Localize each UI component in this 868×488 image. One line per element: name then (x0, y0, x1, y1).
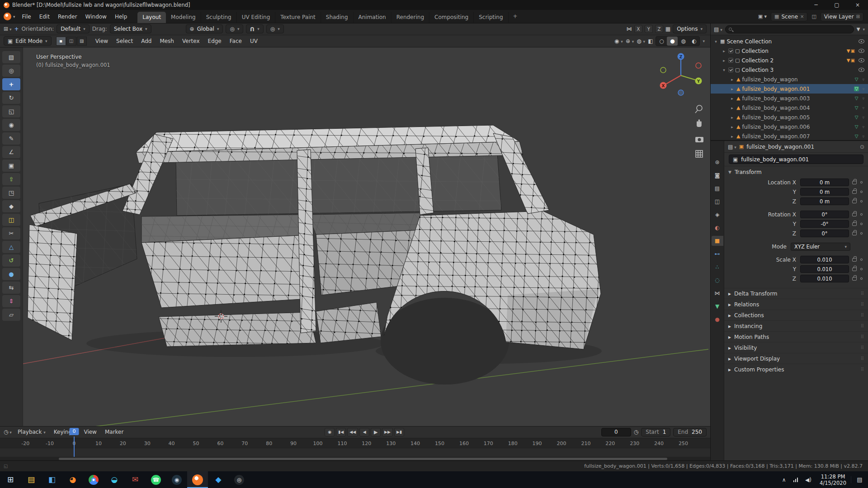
visibility-dropdown-icon[interactable]: ◉ ▾ (614, 38, 623, 44)
play-button[interactable]: ▶ (371, 428, 381, 436)
pivot-point-dropdown[interactable]: ◎▾ (226, 24, 243, 33)
expand-arrow-icon[interactable]: ▸ (722, 49, 726, 53)
viewport-menu-vertex[interactable]: Vertex (178, 36, 204, 46)
properties-tab-modifiers[interactable]: ⊷ (712, 249, 723, 259)
disable-in-viewport-icon[interactable]: ▿ (862, 115, 864, 120)
shading-dropdown-icon[interactable]: ▾ (703, 39, 705, 43)
taskbar-app-firefox[interactable]: ◕ (62, 471, 83, 488)
workspace-tab-sculpting[interactable]: Sculpting (201, 12, 237, 23)
playhead-frame-badge[interactable]: 0 (70, 428, 79, 435)
outliner-row-fullsize_body_wagon-005[interactable]: ▸▲fullsize_body_wagon.005▽▿ (711, 113, 868, 122)
tray-expand-icon[interactable]: ∧ (778, 477, 790, 483)
rotation-x-field[interactable]: 0° (800, 211, 849, 218)
timeline-scrollbar-handle[interactable] (59, 458, 667, 460)
lock-icon[interactable] (852, 200, 857, 203)
jump-to-prev-keyframe-button[interactable]: ◀◀ (347, 428, 358, 436)
mirror-x-toggle[interactable]: X (634, 25, 642, 33)
add-workspace-button[interactable]: + (509, 11, 522, 22)
collection-checkbox[interactable] (728, 67, 733, 72)
menu-render[interactable]: Render (54, 12, 81, 22)
lock-icon[interactable] (852, 232, 857, 235)
properties-tab-view-layer[interactable]: ◫ (712, 197, 723, 206)
expand-arrow-icon[interactable]: ▸ (730, 106, 735, 110)
editor-type-icon[interactable]: ⊞ ▾ (4, 26, 11, 32)
face-select-button[interactable]: ▨ (77, 37, 87, 46)
workspace-tab-texture-paint[interactable]: Texture Paint (275, 12, 321, 23)
section-custom-properties[interactable]: ▸Custom Properties⠿ (724, 364, 868, 375)
viewport-menu-face[interactable]: Face (226, 36, 246, 46)
viewport-menu-edge[interactable]: Edge (204, 36, 226, 46)
new-view-layer-icon[interactable]: ⊞ (856, 14, 860, 19)
section-instancing[interactable]: ▸Instancing⠿ (724, 320, 868, 331)
disable-in-viewport-icon[interactable]: ▿ (862, 134, 864, 139)
collapse-arrow-icon[interactable]: ▾ (722, 68, 726, 72)
rotation-z-field[interactable]: 0° (800, 230, 849, 237)
outliner-row-scene-collection[interactable]: ▾▦Scene Collection (711, 37, 868, 46)
outliner-row-fullsize_body_wagon-004[interactable]: ▸▲fullsize_body_wagon.004▽▿ (711, 103, 868, 113)
blender-logo-icon[interactable] (4, 13, 11, 20)
pin-icon[interactable]: ⊙ (860, 144, 864, 150)
workspace-tab-animation[interactable]: Animation (354, 12, 392, 23)
outliner-search-input[interactable] (725, 25, 854, 33)
workspace-tab-rendering[interactable]: Rendering (392, 12, 429, 23)
rotation-mode-dropdown[interactable]: XYZ Euler▾ (791, 243, 850, 251)
action-center-icon[interactable]: ▤ (851, 476, 868, 483)
edge-select-button[interactable]: ◫ (66, 37, 76, 46)
properties-tab-scene[interactable]: ◈ (712, 210, 723, 220)
proportional-editing-dropdown[interactable]: ◎▾ (266, 24, 284, 33)
view-layer-selector[interactable]: View Layer ⊞ (821, 12, 863, 21)
lock-icon[interactable] (852, 277, 857, 281)
properties-tab-world[interactable]: ◐ (712, 223, 723, 233)
workspace-tab-modeling[interactable]: Modeling (166, 12, 201, 23)
section-viewport-display[interactable]: ▸Viewport Display⠿ (724, 353, 868, 364)
disable-in-viewport-icon[interactable]: ▿ (862, 77, 864, 82)
shrink-fatten-tool-button[interactable]: ⇕ (2, 295, 20, 307)
animate-property-icon[interactable] (860, 191, 863, 193)
timeline-menu-view[interactable]: View (80, 427, 100, 437)
maximize-button[interactable]: ▢ (826, 0, 847, 10)
network-icon[interactable] (790, 478, 802, 482)
collection-checkbox[interactable] (728, 48, 733, 53)
properties-tab-constraints[interactable]: ⋈ (712, 288, 723, 298)
editor-corner-icon[interactable]: ◱ (0, 464, 8, 469)
current-frame-field[interactable]: 0 (601, 428, 631, 436)
taskbar-app-obs[interactable]: ◎ (229, 471, 250, 488)
browse-scene-icon[interactable]: ▣ ▾ (757, 13, 768, 20)
viewport-canvas[interactable]: Z Y X (23, 47, 710, 426)
outliner-row-collection-3[interactable]: ▾▢Collection 3 (711, 65, 868, 75)
timeline-ruler[interactable]: -20-100102030405060708090100110120130140… (0, 438, 710, 448)
menu-window[interactable]: Window (81, 12, 111, 22)
expand-arrow-icon[interactable]: ▸ (722, 58, 726, 63)
play-reverse-button[interactable]: ◀ (359, 428, 369, 436)
orientation-dropdown[interactable]: Default▾ (57, 24, 89, 33)
mirror-z-toggle[interactable]: Z (655, 25, 663, 33)
taskbar-app-steam[interactable]: ◉ (166, 471, 187, 488)
workspace-tab-shading[interactable]: Shading (321, 12, 354, 23)
properties-tab-particles[interactable]: ∴ (712, 262, 723, 272)
disable-in-viewport-icon[interactable]: ▿ (862, 96, 864, 101)
scale-z-field[interactable]: 0.010 (800, 275, 849, 282)
shading-material-icon[interactable]: ◍ (678, 37, 689, 46)
menu-file[interactable]: File (18, 12, 35, 22)
outliner-row-fullsize_body_wagon-006[interactable]: ▸▲fullsize_body_wagon.006▽▿ (711, 122, 868, 131)
section-visibility[interactable]: ▸Visibility⠿ (724, 342, 868, 353)
xray-toggle-icon[interactable]: ◧ (648, 38, 653, 44)
outliner-row-fullsize_body_wagon-001[interactable]: ▸▲fullsize_body_wagon.001▽▿ (711, 84, 868, 94)
options-dropdown[interactable]: Options▾ (673, 24, 707, 33)
snapping-dropdown[interactable]: U▾ (246, 24, 263, 33)
properties-tab-object[interactable]: ■ (712, 236, 723, 246)
collapse-arrow-icon[interactable]: ▾ (713, 39, 718, 44)
expand-arrow-icon[interactable]: ▸ (730, 115, 735, 120)
lock-icon[interactable] (852, 258, 857, 262)
taskbar-app-blender[interactable] (187, 471, 208, 488)
lock-icon[interactable] (852, 181, 857, 184)
outliner-row-fullsize_body_wagon[interactable]: ▸▲fullsize_body_wagon▽▿ (711, 75, 868, 84)
taskbar-app-start[interactable]: ⊞ (0, 471, 21, 488)
properties-tab-material[interactable]: ● (712, 314, 723, 324)
drag-dropdown[interactable]: Select Box▾ (110, 24, 151, 33)
minimize-button[interactable]: ─ (806, 0, 826, 10)
shading-rendered-icon[interactable]: ◐ (689, 37, 699, 46)
spin-tool-button[interactable]: ↺ (2, 254, 20, 267)
viewport-3d[interactable]: ▧◎+↻◱◉✎∠▣⇧◳◆◫✂△↺●⇆⇕▱ Z Y X User Perspect… (0, 47, 710, 426)
loop-cut-tool-button[interactable]: ◫ (2, 214, 20, 226)
